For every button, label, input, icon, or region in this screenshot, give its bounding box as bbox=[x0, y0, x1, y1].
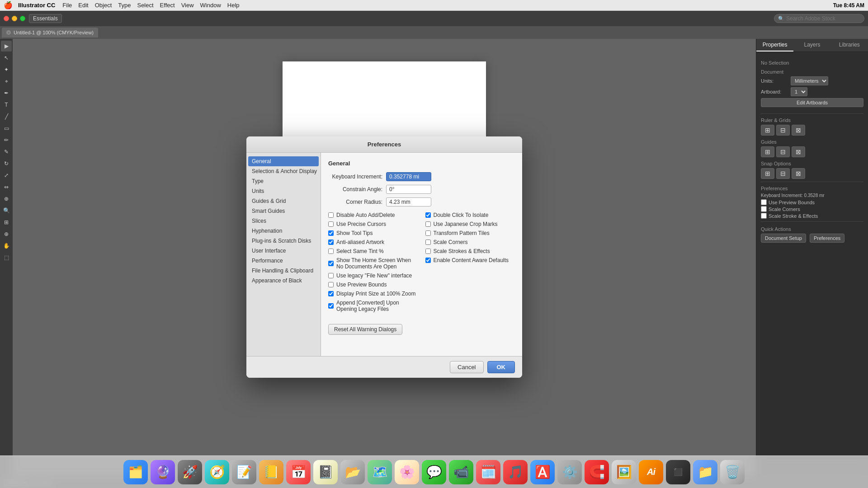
dock-siri[interactable]: 🔮 bbox=[151, 460, 175, 484]
cb-use-preview-bounds-input[interactable] bbox=[328, 282, 334, 287]
snap-btn-1[interactable]: ⊞ bbox=[761, 168, 774, 179]
dock-fantastical[interactable]: 🗓️ bbox=[476, 460, 500, 484]
nav-general[interactable]: General bbox=[248, 156, 319, 166]
tab-layers[interactable]: Layers bbox=[793, 39, 830, 52]
dock-sysprefs[interactable]: ⚙️ bbox=[557, 460, 582, 484]
nav-performance[interactable]: Performance bbox=[246, 256, 321, 266]
dock-photos[interactable]: 🌸 bbox=[395, 460, 419, 484]
cancel-button[interactable]: Cancel bbox=[450, 361, 483, 373]
cb-transform-pattern-input[interactable] bbox=[425, 230, 431, 236]
dock-folder[interactable]: 📁 bbox=[693, 460, 717, 484]
nav-appearance-black[interactable]: Appearance of Black bbox=[246, 276, 321, 286]
tab-libraries[interactable]: Libraries bbox=[831, 39, 868, 52]
selection-tool[interactable]: ▶ bbox=[1, 41, 12, 52]
menu-effect[interactable]: Effect bbox=[160, 2, 175, 9]
menu-type[interactable]: Type bbox=[118, 2, 131, 9]
cb-append-converted-input[interactable] bbox=[328, 303, 334, 309]
tab-close-button[interactable]: × bbox=[6, 30, 11, 35]
preferences-quick-button[interactable]: Preferences bbox=[810, 234, 844, 243]
hand-tool[interactable]: ✋ bbox=[1, 240, 12, 251]
menu-window[interactable]: Window bbox=[200, 2, 221, 9]
reset-warning-button[interactable]: Reset All Warning Dialogs bbox=[328, 324, 402, 335]
ok-button[interactable]: OK bbox=[487, 361, 515, 373]
zoom-tool[interactable]: ⊕ bbox=[1, 229, 12, 239]
dock-notes[interactable]: 📓 bbox=[313, 460, 338, 484]
cb-anti-aliased-input[interactable] bbox=[328, 239, 334, 245]
dock-calendar[interactable]: 📅 bbox=[286, 460, 311, 484]
pencil-tool[interactable]: ✎ bbox=[1, 146, 12, 157]
edit-artboards-button[interactable]: Edit Artboards bbox=[761, 98, 863, 107]
nav-guides-grid[interactable]: Guides & Grid bbox=[246, 196, 321, 206]
constrain-angle-input[interactable] bbox=[386, 185, 431, 194]
guides-btn-1[interactable]: ⊞ bbox=[761, 146, 774, 157]
nav-units[interactable]: Units bbox=[246, 186, 321, 196]
cb-select-same-tint-input[interactable] bbox=[328, 249, 334, 254]
line-tool[interactable]: ╱ bbox=[1, 111, 12, 122]
type-tool[interactable]: T bbox=[1, 99, 12, 110]
dock-appstore[interactable]: 🅰️ bbox=[530, 460, 555, 484]
rotate-tool[interactable]: ↻ bbox=[1, 158, 12, 169]
document-setup-button[interactable]: Document Setup bbox=[761, 234, 806, 243]
nav-user-interface[interactable]: User Interface bbox=[246, 246, 321, 256]
search-bar[interactable]: 🔍 bbox=[774, 14, 864, 23]
nav-type[interactable]: Type bbox=[246, 176, 321, 186]
measure-tool[interactable]: ⊞ bbox=[1, 217, 12, 228]
lasso-tool[interactable]: ⌖ bbox=[1, 76, 12, 87]
dock-finder[interactable]: 🗂️ bbox=[123, 460, 148, 484]
cb-show-home-screen-input[interactable] bbox=[328, 261, 334, 266]
dock-launchpad[interactable]: 🚀 bbox=[178, 460, 202, 484]
cb-scale-corners-input[interactable] bbox=[425, 239, 431, 245]
cb-use-legacy-input[interactable] bbox=[328, 273, 334, 278]
width-tool[interactable]: ⇔ bbox=[1, 182, 12, 192]
pen-tool[interactable]: ✒ bbox=[1, 88, 12, 99]
nav-plugins[interactable]: Plug-ins & Scratch Disks bbox=[246, 236, 321, 246]
cb-disable-auto-add-input[interactable] bbox=[328, 212, 334, 218]
dock-maps[interactable]: 🗺️ bbox=[368, 460, 392, 484]
cb-show-tool-tips-input[interactable] bbox=[328, 230, 334, 236]
rp-scale-corners-cb[interactable] bbox=[761, 206, 767, 212]
minimize-button[interactable] bbox=[12, 16, 17, 21]
keyboard-increment-input[interactable] bbox=[386, 172, 431, 181]
dock-contacts[interactable]: 📒 bbox=[259, 460, 283, 484]
cb-scale-strokes-input[interactable] bbox=[425, 249, 431, 254]
menu-edit[interactable]: Edit bbox=[78, 2, 88, 9]
canvas-area[interactable]: Preferences General Selection & Anchor D… bbox=[13, 39, 756, 475]
blend-tool[interactable]: ⊕ bbox=[1, 193, 12, 204]
paintbrush-tool[interactable]: ✏ bbox=[1, 135, 12, 145]
cb-enable-content-input[interactable] bbox=[425, 258, 431, 263]
nav-slices[interactable]: Slices bbox=[246, 216, 321, 226]
dock-magnet[interactable]: 🧲 bbox=[585, 460, 609, 484]
menu-file[interactable]: File bbox=[62, 2, 72, 9]
apple-menu[interactable]: 🍎 bbox=[4, 1, 13, 9]
essentials-button[interactable]: Essentials bbox=[29, 14, 62, 23]
snap-btn-2[interactable]: ⊟ bbox=[776, 168, 790, 179]
rect-tool[interactable]: ▭ bbox=[1, 123, 12, 134]
nav-selection-anchor[interactable]: Selection & Anchor Display bbox=[246, 166, 321, 176]
maximize-button[interactable] bbox=[20, 16, 25, 21]
ruler-grid-btn-3[interactable]: ⊠ bbox=[792, 125, 805, 136]
cb-display-print-size-input[interactable] bbox=[328, 291, 334, 296]
artboard-select[interactable]: 1 bbox=[791, 87, 807, 96]
guides-btn-3[interactable]: ⊠ bbox=[792, 146, 805, 157]
dock-illustrator[interactable]: Ai bbox=[639, 460, 663, 484]
rp-preview-bounds-cb[interactable] bbox=[761, 199, 767, 205]
document-tab[interactable]: × Untitled-1 @ 100% (CMYK/Preview) bbox=[2, 28, 98, 38]
dock-music[interactable]: 🎵 bbox=[503, 460, 528, 484]
dock-scripts[interactable]: 📝 bbox=[232, 460, 256, 484]
close-button[interactable] bbox=[4, 16, 9, 21]
nav-hyphenation[interactable]: Hyphenation bbox=[246, 226, 321, 236]
menu-select[interactable]: Select bbox=[137, 2, 153, 9]
dock-safari[interactable]: 🧭 bbox=[205, 460, 229, 484]
cb-double-click-input[interactable] bbox=[425, 212, 431, 218]
eyedropper-tool[interactable]: 🔍 bbox=[1, 205, 12, 216]
direct-selection-tool[interactable]: ↖ bbox=[1, 52, 12, 63]
corner-radius-input[interactable] bbox=[386, 197, 431, 206]
search-input[interactable] bbox=[786, 15, 860, 22]
nav-smart-guides[interactable]: Smart Guides bbox=[246, 206, 321, 216]
dock-preview[interactable]: 🖼️ bbox=[612, 460, 636, 484]
dock-trash[interactable]: 🗑️ bbox=[720, 460, 745, 484]
dock-messages[interactable]: 💬 bbox=[422, 460, 446, 484]
menu-view[interactable]: View bbox=[181, 2, 194, 9]
ruler-grid-btn-2[interactable]: ⊟ bbox=[776, 125, 790, 136]
ruler-grid-btn-1[interactable]: ⊞ bbox=[761, 125, 774, 136]
